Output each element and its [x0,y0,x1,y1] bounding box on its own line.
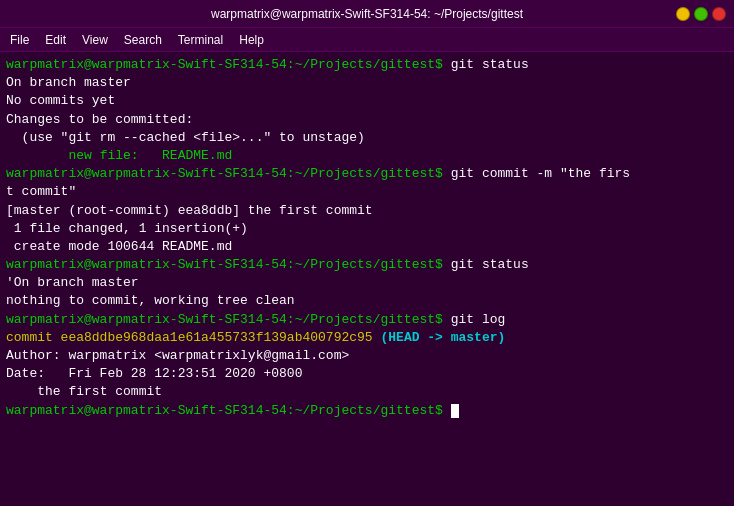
terminal-line: (use "git rm --cached <file>..." to unst… [6,129,728,147]
close-button[interactable] [712,7,726,21]
menu-item-terminal[interactable]: Terminal [172,31,229,49]
maximize-button[interactable] [694,7,708,21]
terminal-line: 'On branch master [6,274,728,292]
terminal-line: Changes to be committed: [6,111,728,129]
menu-item-help[interactable]: Help [233,31,270,49]
menu-bar: FileEditViewSearchTerminalHelp [0,28,734,52]
terminal-line: Author: warpmatrix <warpmatrixlyk@gmail.… [6,347,728,365]
terminal-line: commit eea8ddbe968daa1e61a455733f139ab40… [6,329,728,347]
terminal-line: t commit" [6,183,728,201]
terminal-body: warpmatrix@warpmatrix-Swift-SF314-54:~/P… [0,52,734,506]
terminal-line: new file: README.md [6,147,728,165]
menu-item-edit[interactable]: Edit [39,31,72,49]
minimize-button[interactable] [676,7,690,21]
window-controls [676,7,726,21]
terminal-line: [master (root-commit) eea8ddb] the first… [6,202,728,220]
terminal-line: warpmatrix@warpmatrix-Swift-SF314-54:~/P… [6,56,728,74]
menu-item-file[interactable]: File [4,31,35,49]
terminal-line: No commits yet [6,92,728,110]
terminal-line: the first commit [6,383,728,401]
terminal-line: nothing to commit, working tree clean [6,292,728,310]
window-title: warpmatrix@warpmatrix-Swift-SF314-54: ~/… [58,7,676,21]
terminal-line: warpmatrix@warpmatrix-Swift-SF314-54:~/P… [6,165,728,183]
terminal-line: Date: Fri Feb 28 12:23:51 2020 +0800 [6,365,728,383]
terminal-line: create mode 100644 README.md [6,238,728,256]
terminal-line: warpmatrix@warpmatrix-Swift-SF314-54:~/P… [6,311,728,329]
menu-item-view[interactable]: View [76,31,114,49]
terminal-line: On branch master [6,74,728,92]
terminal-line: warpmatrix@warpmatrix-Swift-SF314-54:~/P… [6,256,728,274]
menu-item-search[interactable]: Search [118,31,168,49]
title-bar: warpmatrix@warpmatrix-Swift-SF314-54: ~/… [0,0,734,28]
terminal-line: warpmatrix@warpmatrix-Swift-SF314-54:~/P… [6,402,728,420]
terminal-line: 1 file changed, 1 insertion(+) [6,220,728,238]
